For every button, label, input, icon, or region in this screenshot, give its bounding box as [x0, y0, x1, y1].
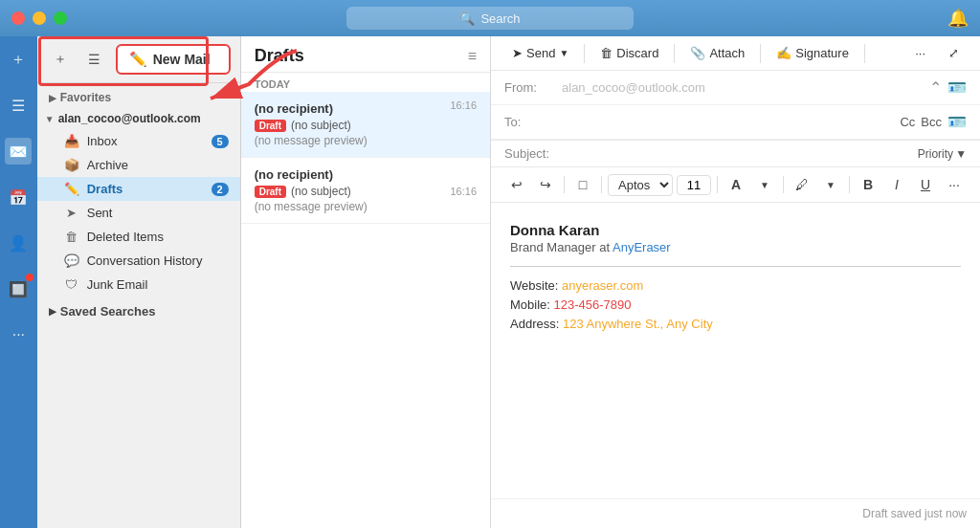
fmt-sep-2: [601, 176, 602, 193]
account-email: alan_cocoo@outlook.com: [58, 112, 201, 125]
website-link[interactable]: anyeraser.com: [562, 278, 643, 293]
search-bar[interactable]: 🔍 Search: [346, 7, 634, 30]
sidebar-item-junk[interactable]: 🛡 Junk Email: [37, 273, 240, 297]
sidebar-item-drafts[interactable]: ✏️ Drafts 2: [37, 177, 240, 201]
deleted-label: Deleted Items: [87, 230, 164, 244]
rail-calendar-icon[interactable]: 📅: [5, 184, 32, 210]
rail-menu-icon[interactable]: ☰: [5, 92, 32, 119]
email-from-2: (no recipient): [255, 167, 477, 182]
subject-input[interactable]: [562, 146, 918, 161]
contact-add-icon[interactable]: 🪪: [947, 113, 967, 131]
notification-icon[interactable]: 🔔: [947, 8, 969, 29]
email-badges-1: Draft (no subject) 16:16: [255, 119, 477, 132]
compose-body[interactable]: Donna Karan Brand Manager at AnyEraser W…: [491, 203, 980, 498]
sidebar-item-sent[interactable]: ➤ Sent: [37, 201, 240, 225]
signature-company-link[interactable]: AnyEraser: [612, 240, 671, 254]
inbox-label: Inbox: [87, 134, 118, 148]
undo-button[interactable]: ↩: [504, 172, 529, 197]
sent-label: Sent: [87, 206, 113, 220]
email-list: Drafts ≡ Today (no recipient) Draft (no …: [241, 36, 491, 528]
account-chevron: ▼: [45, 114, 55, 124]
sidebar-item-deleted[interactable]: 🗑 Deleted Items: [37, 225, 240, 249]
signature-button[interactable]: ✍ Signature: [768, 42, 857, 64]
mobile-link[interactable]: 123-456-7890: [554, 297, 632, 312]
send-label: Send: [526, 46, 555, 60]
highlight-button[interactable]: 🖊: [790, 172, 814, 197]
account-header[interactable]: ▼ alan_cocoo@outlook.com: [37, 108, 240, 129]
contact-card-icon[interactable]: 🪪: [947, 78, 967, 97]
inbox-badge: 5: [212, 135, 229, 148]
from-label: From:: [504, 80, 562, 95]
attach-label: Attach: [709, 46, 745, 60]
conversation-label: Conversation History: [87, 253, 203, 268]
font-size-input[interactable]: [677, 175, 711, 195]
drafts-label: Drafts: [87, 182, 123, 196]
filter-icon[interactable]: ≡: [468, 48, 477, 65]
bcc-label[interactable]: Bcc: [921, 115, 942, 129]
minimize-button[interactable]: [33, 11, 46, 25]
email-item-1[interactable]: (no recipient) Draft (no subject) 16:16 …: [241, 92, 490, 158]
search-placeholder: Search: [480, 11, 520, 26]
priority-label: Priority: [918, 147, 953, 161]
rail-contacts-icon[interactable]: 👤: [5, 230, 32, 256]
favorites-header[interactable]: ▶ Favorites: [37, 83, 240, 108]
to-input[interactable]: [562, 115, 900, 129]
new-mail-button[interactable]: ✏️ New Mail: [116, 44, 231, 75]
mobile-label: Mobile:: [510, 297, 550, 312]
redo-button[interactable]: ↪: [533, 172, 558, 197]
email-item-2[interactable]: (no recipient) Draft (no subject) 16:16 …: [241, 158, 490, 224]
rail-more-icon[interactable]: ···: [5, 321, 32, 348]
priority-button[interactable]: Priority ▼: [918, 147, 967, 161]
highlight-chevron[interactable]: ▼: [818, 172, 843, 197]
discard-icon: 🗑: [600, 46, 612, 60]
send-button[interactable]: ➤ Send ▼: [504, 42, 576, 64]
rail-mail-icon[interactable]: ✉️: [5, 138, 32, 165]
sidebar-toolbar: ＋ ☰ ✏️ New Mail: [37, 36, 240, 83]
fmt-sep-3: [717, 176, 718, 193]
maximize-button[interactable]: [54, 11, 67, 25]
expand-button[interactable]: ⤢: [941, 42, 967, 64]
attach-icon: 📎: [690, 46, 705, 60]
add-button[interactable]: ＋: [47, 46, 74, 73]
more-options-button[interactable]: ···: [907, 42, 933, 64]
bold-button[interactable]: B: [856, 172, 880, 197]
fmt-sep-1: [564, 176, 565, 193]
font-select[interactable]: Aptos: [608, 174, 673, 196]
close-button[interactable]: [11, 11, 25, 25]
copy-format-button[interactable]: □: [570, 172, 595, 197]
from-value: alan_cocoo@outlook.com: [562, 80, 929, 95]
italic-button[interactable]: I: [884, 172, 909, 197]
sidebar-item-conversation-history[interactable]: 💬 Conversation History: [37, 249, 240, 273]
rail-new-icon[interactable]: ＋: [5, 46, 32, 73]
email-subject-2: (no subject): [291, 185, 351, 198]
favorites-label: Favorites: [60, 91, 111, 104]
rail-apps-icon[interactable]: 🔲: [5, 275, 32, 302]
format-more-button[interactable]: ···: [942, 172, 967, 197]
to-field-row[interactable]: To: Cc Bcc 🪪: [491, 105, 980, 140]
email-list-header: Drafts ≡: [241, 36, 490, 73]
archive-label: Archive: [87, 158, 128, 172]
subject-label: Subject:: [504, 146, 562, 161]
fmt-sep-5: [849, 176, 850, 193]
saved-searches-header[interactable]: ▶ Saved Searches: [37, 297, 240, 326]
compose-toolbar: ➤ Send ▼ 🗑 Discard 📎 Attach ✍ Signatu: [491, 36, 980, 71]
email-subject-1: (no subject): [291, 119, 351, 132]
window-controls: [11, 11, 67, 25]
font-color-chevron[interactable]: ▼: [752, 172, 777, 197]
website-label: Website:: [510, 278, 558, 293]
icon-rail: ＋ ☰ ✉️ 📅 👤 🔲 ···: [0, 36, 37, 528]
underline-button[interactable]: U: [913, 172, 938, 197]
font-color-button[interactable]: A: [724, 172, 748, 197]
expand-icon: ⤢: [948, 46, 959, 60]
junk-label: Junk Email: [87, 277, 148, 292]
sidebar-item-inbox[interactable]: 📥 Inbox 5: [37, 129, 240, 153]
hamburger-button[interactable]: ☰: [81, 46, 108, 73]
sidebar-item-archive[interactable]: 📦 Archive: [37, 153, 240, 177]
compose-area: ➤ Send ▼ 🗑 Discard 📎 Attach ✍ Signatu: [491, 36, 980, 528]
chevron-up-icon[interactable]: ⌃: [929, 78, 942, 97]
cc-label[interactable]: Cc: [900, 115, 915, 129]
drafts-icon: ✏️: [64, 182, 79, 196]
discard-button[interactable]: 🗑 Discard: [592, 42, 666, 64]
signature-title-prefix: Brand Manager at: [510, 240, 612, 254]
attach-button[interactable]: 📎 Attach: [682, 42, 752, 64]
